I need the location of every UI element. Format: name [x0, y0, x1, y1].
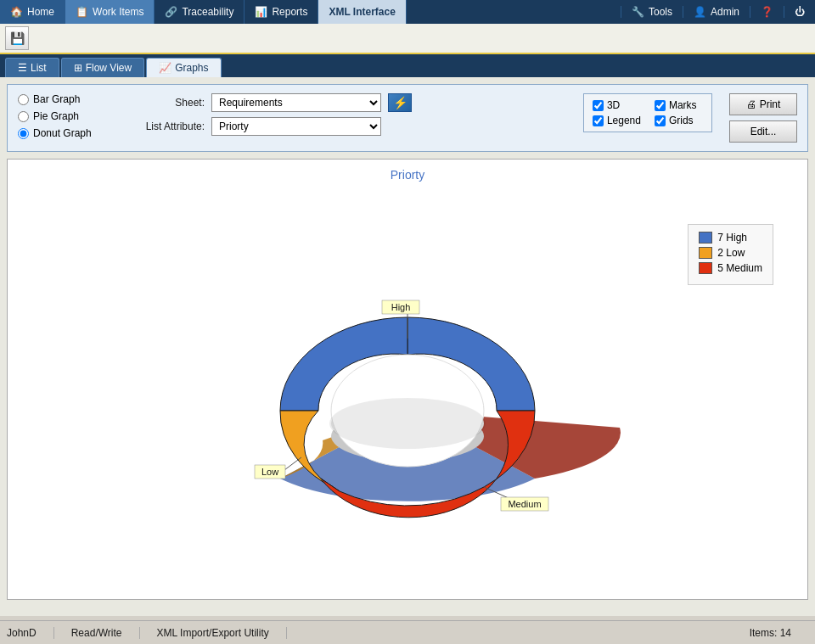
edit-button[interactable]: Edit... [729, 120, 797, 143]
attribute-label: List Attribute: [128, 120, 205, 132]
marks-checkbox-item[interactable]: Marks [655, 99, 703, 111]
attribute-row: List Attribute: Priorty Status Severity [128, 117, 566, 136]
graphs-icon: 📈 [159, 62, 171, 74]
chart-legend: 7 High 2 Low 5 Medium [688, 224, 773, 285]
xmlinterface-tab[interactable]: XML Interface [318, 0, 406, 24]
legend-color-high [699, 232, 712, 244]
marks-checkbox[interactable] [655, 100, 666, 111]
menubar: 🏠 Home 📋 Work Items 🔗 Traceability 📊 Rep… [0, 0, 815, 24]
legend-checkbox[interactable] [593, 115, 604, 126]
reports-tab[interactable]: 📊 Reports [244, 0, 318, 24]
grids-checkbox[interactable] [655, 115, 666, 126]
workitems-tab[interactable]: 📋 Work Items [65, 0, 155, 24]
sheet-select[interactable]: Requirements Use Cases Test Cases [211, 93, 381, 112]
3d-checkbox-item[interactable]: 3D [593, 99, 641, 111]
sheet-row: Sheet: Requirements Use Cases Test Cases… [128, 93, 566, 112]
options-checkboxes: 3D Marks Legend Grids [583, 93, 712, 132]
help-icon: ❓ [761, 6, 773, 18]
control-panel: Bar Graph Pie Graph Donut Graph Sheet: R… [7, 84, 808, 152]
donut-graph-radio[interactable] [18, 128, 29, 139]
save-button[interactable]: 💾 [5, 26, 29, 50]
flowview-tab[interactable]: ⊞ Flow View [61, 58, 144, 77]
help-tab[interactable]: ❓ [750, 6, 784, 18]
tools-tab[interactable]: 🔧 Tools [621, 6, 683, 18]
print-button[interactable]: 🖨 Print [729, 93, 797, 115]
graphs-tab[interactable]: 📈 Graphs [146, 58, 221, 77]
content-area: Bar Graph Pie Graph Donut Graph Sheet: R… [0, 77, 815, 616]
legend-item-medium: 5 Medium [699, 262, 762, 274]
power-icon: ⏻ [795, 6, 805, 18]
legend-item-high: 7 High [699, 232, 762, 244]
tools-icon: 🔧 [632, 6, 644, 18]
home-icon: 🏠 [10, 6, 23, 18]
svg-line-7 [284, 457, 301, 470]
grids-checkbox-item[interactable]: Grids [655, 115, 703, 126]
legend-item-low: 2 Low [699, 247, 762, 259]
donut-chart-svg: High Low Medium [170, 207, 645, 563]
bar-graph-radio-item[interactable]: Bar Graph [18, 93, 111, 105]
chart-title: Priorty [16, 168, 799, 182]
view-tabbar: ☰ List ⊞ Flow View 📈 Graphs [0, 54, 815, 77]
flash-icon: ⚡ [393, 96, 408, 109]
svg-point-3 [329, 398, 486, 449]
svg-text:Medium: Medium [508, 499, 541, 509]
legend-checkbox-item[interactable]: Legend [593, 115, 641, 126]
attribute-select[interactable]: Priorty Status Severity [211, 117, 381, 136]
home-tab[interactable]: 🏠 Home [0, 0, 65, 24]
save-icon: 💾 [10, 31, 25, 45]
reports-icon: 📊 [255, 6, 267, 18]
list-icon: ☰ [18, 62, 27, 74]
pie-graph-radio[interactable] [18, 111, 29, 122]
admin-icon: 👤 [694, 6, 706, 18]
admin-tab[interactable]: 👤 Admin [683, 6, 750, 18]
bar-graph-radio[interactable] [18, 94, 29, 105]
toolbar: 💾 [0, 24, 815, 54]
form-section: Sheet: Requirements Use Cases Test Cases… [128, 93, 566, 136]
graph-type-radio-group: Bar Graph Pie Graph Donut Graph [18, 93, 111, 139]
3d-checkbox[interactable] [593, 100, 604, 111]
flowview-icon: ⊞ [74, 62, 82, 74]
workitems-icon: 📋 [76, 6, 88, 18]
svg-text:Low: Low [261, 467, 278, 477]
sheet-label: Sheet: [128, 97, 205, 109]
chart-area: High Low Medium 7 High 2 Low [16, 190, 799, 580]
power-tab[interactable]: ⏻ [784, 6, 815, 18]
donut-graph-radio-item[interactable]: Donut Graph [18, 127, 111, 139]
svg-text:High: High [391, 302, 411, 312]
traceability-icon: 🔗 [165, 6, 177, 18]
legend-color-medium [699, 262, 712, 274]
print-icon: 🖨 [746, 98, 756, 110]
traceability-tab[interactable]: 🔗 Traceability [155, 0, 244, 24]
pie-graph-radio-item[interactable]: Pie Graph [18, 110, 111, 122]
list-tab[interactable]: ☰ List [5, 58, 59, 77]
action-buttons: 🖨 Print Edit... [729, 93, 797, 143]
chart-container: Priorty [7, 159, 808, 600]
menubar-right: 🔧 Tools 👤 Admin ❓ ⏻ [621, 0, 815, 24]
legend-color-low [699, 247, 712, 259]
refresh-button[interactable]: ⚡ [388, 93, 412, 112]
